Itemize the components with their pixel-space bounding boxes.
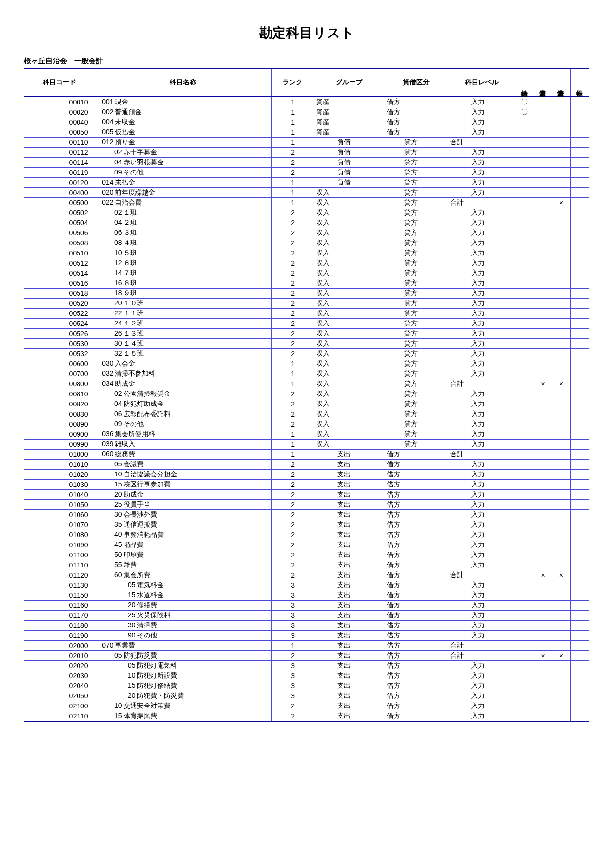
table-row: 0201005 防犯防災費2支出借方合計×× [24, 651, 589, 661]
table-row: 0204015 防犯灯修繕費3支出借方入力 [24, 681, 589, 691]
header-ledger: 元帳 [570, 68, 589, 97]
table-row: 0202005 防犯灯電気料3支出借方入力 [24, 661, 589, 671]
table-row: 02000070 事業費1支出借方合計 [24, 641, 589, 651]
table-row: 0111055 雑費2支出借方入力 [24, 560, 589, 570]
table-row: 0089009 その他2収入貸方入力 [24, 419, 589, 429]
table-row: 00700032 清掃不参加料1収入貸方入力 [24, 369, 589, 379]
header-group: グループ [314, 68, 385, 97]
table-row: 0051818 ９班2収入貸方入力 [24, 289, 589, 299]
table-row: 00600030 入会金1収入貸方入力 [24, 359, 589, 369]
organization-label: 桜ヶ丘自治会 一般会計 [24, 57, 589, 66]
table-row: 0082004 防犯灯助成金2収入貸方入力 [24, 399, 589, 409]
table-row: 0107035 通信運搬費2支出借方入力 [24, 520, 589, 530]
table-row: 0011909 その他2負債貸方入力 [24, 168, 589, 178]
table-row: 00400020 前年度繰越金1収入貸方入力 [24, 188, 589, 198]
table-row: 0052222 １１班2収入貸方入力 [24, 309, 589, 319]
table-row: 0102010 自治協議会分担金2支出借方入力 [24, 470, 589, 480]
table-row: 0211015 体育振興費2支出借方入力 [24, 711, 589, 722]
page-title: 勘定科目リスト [24, 24, 589, 42]
header-drcr: 貸借区分 [385, 68, 448, 97]
table-row: 01000060 総務費1支出借方合計 [24, 450, 589, 460]
table-row: 0103015 校区行事参加費2支出借方入力 [24, 480, 589, 490]
table-row: 0118030 清掃費3支出借方入力 [24, 621, 589, 631]
table-row: 00120014 未払金1負債貸方入力 [24, 178, 589, 188]
table-row: 0116020 修繕費3支出借方入力 [24, 601, 589, 611]
table-row: 0115015 水道料金3支出借方入力 [24, 590, 589, 601]
account-table: 科目コード 科目名称 ランク グループ 貸借区分 科目レベル 出納帳 予算書 決… [24, 68, 589, 722]
table-row: 0053030 １４班2収入貸方入力 [24, 339, 589, 349]
table-row: 0109045 備品費2支出借方入力 [24, 540, 589, 550]
table-row: 0203010 防犯灯新設費3支出借方入力 [24, 671, 589, 681]
table-row: 0105025 役員手当2支出借方入力 [24, 500, 589, 510]
table-row: 00040004 未収金1資産借方入力 [24, 117, 589, 127]
table-row: 0053232 １５班2収入貸方入力 [24, 349, 589, 359]
table-header-row: 科目コード 科目名称 ランク グループ 貸借区分 科目レベル 出納帳 予算書 決… [24, 68, 589, 97]
table-row: 00500022 自治会費1収入貸方合計× [24, 198, 589, 208]
table-row: 0104020 助成金2支出借方入力 [24, 490, 589, 500]
header-code: 科目コード [24, 68, 95, 97]
table-row: 00110012 預り金1負債貸方合計 [24, 138, 589, 148]
table-row: 0205020 防犯費・防災費3支出借方入力 [24, 691, 589, 701]
table-row: 0112060 集会所費2支出借方合計×× [24, 570, 589, 580]
table-row: 0119090 その他3支出借方入力 [24, 631, 589, 641]
header-name: 科目名称 [95, 68, 272, 97]
table-row: 00990039 雑収入1収入貸方入力 [24, 440, 589, 450]
table-row: 0101005 会議費2支出借方入力 [24, 460, 589, 470]
header-cashbook: 出納帳 [515, 68, 534, 97]
table-row: 0210010 交通安全対策費2支出借方入力 [24, 701, 589, 711]
table-row: 0110050 印刷費2支出借方入力 [24, 550, 589, 560]
table-row: 0051414 ７班2収入貸方入力 [24, 268, 589, 278]
table-row: 0117025 火災保険料3支出借方入力 [24, 611, 589, 621]
table-row: 00020002 普通預金1資産借方入力〇 [24, 107, 589, 117]
table-row: 0051010 ５班2収入貸方入力 [24, 248, 589, 258]
table-row: 0052626 １３班2収入貸方入力 [24, 329, 589, 339]
table-row: 00050005 仮払金1資産借方入力 [24, 127, 589, 138]
table-row: 0050404 ２班2収入貸方入力 [24, 218, 589, 228]
table-row: 0051212 ６班2収入貸方入力 [24, 258, 589, 268]
table-row: 0050808 ４班2収入貸方入力 [24, 238, 589, 248]
table-row: 00900036 集会所使用料1収入貸方入力 [24, 429, 589, 440]
table-row: 0081002 公園清掃報奨金2収入貸方入力 [24, 389, 589, 399]
table-row: 0050606 ３班2収入貸方入力 [24, 228, 589, 238]
table-row: 0106030 会長渉外費2支出借方入力 [24, 510, 589, 520]
header-rank: ランク [272, 68, 314, 97]
header-settlement: 決算書 [552, 68, 570, 97]
table-row: 0011202 赤十字募金2負債貸方入力 [24, 148, 589, 158]
table-row: 0011404 赤い羽根募金2負債貸方入力 [24, 158, 589, 168]
table-row: 0050202 １班2収入貸方入力 [24, 208, 589, 218]
table-row: 0051616 ８班2収入貸方入力 [24, 278, 589, 289]
header-budget: 予算書 [534, 68, 552, 97]
table-row: 0052020 １０班2収入貸方入力 [24, 299, 589, 309]
table-row: 00800034 助成金1収入貸方合計×× [24, 379, 589, 389]
table-row: 00010001 現金1資産借方入力〇 [24, 97, 589, 107]
table-row: 0083006 広報配布委託料2収入貸方入力 [24, 409, 589, 419]
table-row: 0113005 電気料金3支出借方入力 [24, 580, 589, 590]
header-level: 科目レベル [448, 68, 515, 97]
table-row: 0052424 １２班2収入貸方入力 [24, 319, 589, 329]
table-row: 0108040 事務消耗品費2支出借方入力 [24, 530, 589, 540]
